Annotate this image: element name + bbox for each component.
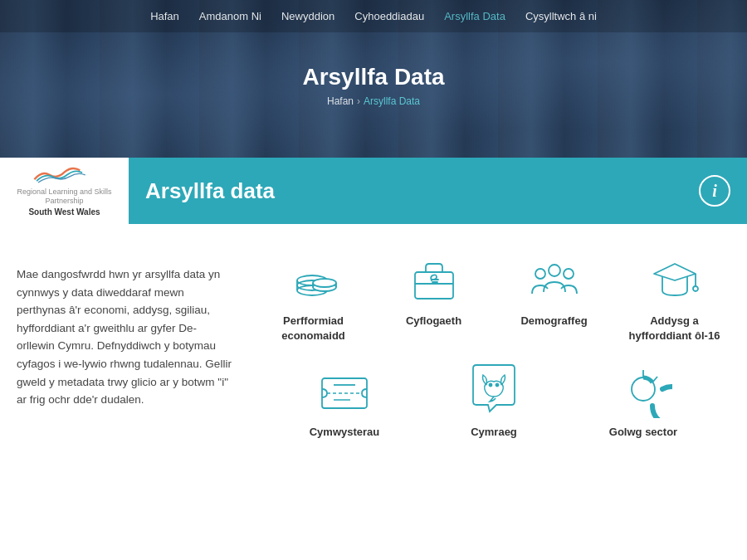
svg-point-23 <box>490 384 492 387</box>
logo-box: Regional Learning and Skills Partnership… <box>0 158 129 224</box>
logo-svg <box>27 164 102 186</box>
icon-cymwysterau[interactable]: Cymwysterau <box>274 360 415 440</box>
breadcrumb: Hafan › Arsyllfa Data <box>302 95 444 107</box>
icon-addysg[interactable]: Addysg a hyfforddiant ôl-16 <box>618 249 730 343</box>
addysg-label: Addysg a hyfforddiant ôl-16 <box>618 314 730 343</box>
nav-cysylltwch[interactable]: Cysylltwch â ni <box>525 10 597 22</box>
svg-point-10 <box>313 279 336 287</box>
right-column: Perfformiad economaidd Cyflogaeth <box>257 249 730 531</box>
svg-point-14 <box>535 269 545 279</box>
nav-newyddion[interactable]: Newyddion <box>281 10 334 22</box>
svg-point-24 <box>496 384 499 387</box>
hero-title-area: Arsyllfa Data Hafan › Arsyllfa Data <box>302 64 444 107</box>
dragon-icon <box>465 360 523 418</box>
nav-hafan[interactable]: Hafan <box>150 10 179 22</box>
icon-demograffeg[interactable]: Demograffeg <box>498 249 610 343</box>
breadcrumb-home[interactable]: Hafan <box>327 95 354 107</box>
cyflogaeth-label: Cyflogaeth <box>406 314 461 329</box>
hero-section: Hafan Amdanom Ni Newyddion Cyhoeddiadau … <box>0 0 747 158</box>
nav-arsyllfa[interactable]: Arsyllfa Data <box>444 10 505 22</box>
cymwysterau-label: Cymwysterau <box>310 425 380 440</box>
certificate-icon <box>315 360 374 418</box>
golwg-sector-label: Golwg sector <box>609 425 677 440</box>
icon-golwg-sector[interactable]: Golwg sector <box>573 360 714 440</box>
blue-banner: Regional Learning and Skills Partnership… <box>0 158 747 224</box>
perfformiad-label: Perfformiad economaidd <box>257 314 369 343</box>
left-column: Mae dangosfwrdd hwn yr arsyllfa data yn … <box>17 249 241 531</box>
top-icons-grid: Perfformiad economaidd Cyflogaeth <box>257 249 730 343</box>
svg-line-27 <box>652 377 657 382</box>
main-nav: Hafan Amdanom Ni Newyddion Cyhoeddiadau … <box>0 0 747 32</box>
breadcrumb-current: Arsyllfa Data <box>364 95 420 107</box>
hero-title: Arsyllfa Data <box>302 64 444 90</box>
demograffeg-label: Demograffeg <box>520 314 587 329</box>
main-content: Mae dangosfwrdd hwn yr arsyllfa data yn … <box>0 224 747 556</box>
svg-rect-11 <box>415 272 453 299</box>
breadcrumb-sep: › <box>357 95 360 107</box>
description-text: Mae dangosfwrdd hwn yr arsyllfa data yn … <box>17 265 232 409</box>
coins-icon <box>285 249 343 307</box>
briefcase-icon <box>405 249 463 307</box>
icon-perfformiad[interactable]: Perfformiad economaidd <box>257 249 369 343</box>
info-button[interactable]: i <box>699 175 730 207</box>
donut-icon <box>614 360 672 418</box>
bottom-icons-grid: Cymwysterau Cymraeg <box>257 360 730 440</box>
svg-point-15 <box>564 269 574 279</box>
svg-marker-16 <box>654 264 696 280</box>
svg-point-18 <box>693 286 698 291</box>
graduation-icon <box>646 249 704 307</box>
banner-title: Arsyllfa data <box>145 178 699 204</box>
cymraeg-label: Cymraeg <box>471 425 517 440</box>
nav-cyhoeddiadau[interactable]: Cyhoeddiadau <box>354 10 424 22</box>
logo-text: Regional Learning and Skills Partnership… <box>7 187 122 217</box>
svg-point-13 <box>549 265 560 276</box>
icon-cymraeg[interactable]: Cymraeg <box>423 360 564 440</box>
people-icon <box>525 249 583 307</box>
nav-amdanom[interactable]: Amdanom Ni <box>199 10 261 22</box>
icon-cyflogaeth[interactable]: Cyflogaeth <box>378 249 490 343</box>
